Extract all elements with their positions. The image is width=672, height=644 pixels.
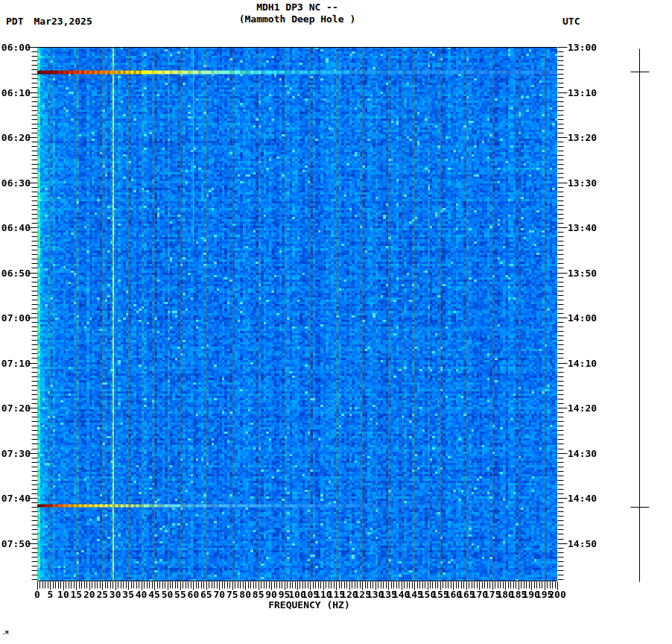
right-time-tick-label: 13:40 — [568, 222, 597, 233]
corner-glyph: .M — [2, 630, 8, 636]
frequency-tick-label: 200 — [548, 589, 565, 600]
spectrogram-page: PDTMar23,2025 MDH1 DP3 NC -- (Mammoth De… — [0, 0, 672, 644]
right-time-tick-label: 13:10 — [568, 86, 597, 98]
right-time-tick-label: 14:10 — [568, 357, 597, 368]
left-time-tick-label: 07:00 — [0, 312, 31, 323]
right-time-tick-label: 13:00 — [568, 42, 597, 53]
frequency-tick-label: 65 — [200, 589, 212, 600]
left-time-tick-label: 06:50 — [0, 267, 31, 278]
frequency-tick-label: 45 — [148, 589, 160, 600]
frequency-tick-label: 40 — [136, 589, 148, 600]
frequency-tick-label: 90 — [265, 589, 277, 600]
left-time-tick-label: 06:30 — [0, 177, 31, 188]
left-time-tick-label: 06:40 — [0, 222, 31, 233]
right-time-tick-label: 13:50 — [568, 267, 597, 278]
right-time-tick-label: 14:30 — [568, 447, 597, 458]
left-time-tick-label: 07:40 — [0, 493, 31, 504]
left-time-tick-label: 07:10 — [0, 357, 31, 368]
right-time-tick-label: 13:20 — [568, 132, 597, 143]
frequency-tick-label: 55 — [174, 589, 186, 600]
left-time-tick-label: 06:10 — [0, 86, 31, 98]
page-title: MDH1 DP3 NC -- (Mammoth Deep Hole ) — [37, 1, 557, 25]
frequency-tick-label: 25 — [96, 589, 108, 600]
frequency-tick-label: 0 — [34, 589, 40, 600]
frequency-tick-label: 20 — [83, 589, 95, 600]
right-time-tick-label: 14:00 — [568, 312, 597, 323]
frequency-axis-title: FREQUENCY (HZ) — [37, 599, 581, 610]
right-time-tick-label: 13:30 — [568, 177, 597, 188]
right-time-tick-label: 14:20 — [568, 402, 597, 414]
frequency-tick-label: 75 — [226, 589, 238, 600]
left-time-tick-label: 07:20 — [0, 402, 31, 414]
timezone-left-label: PDT — [6, 16, 23, 27]
frequency-tick-label: 70 — [213, 589, 225, 600]
station-title: MDH1 DP3 NC -- — [37, 1, 557, 13]
frequency-tick-label: 10 — [57, 589, 69, 600]
frequency-tick-label: 30 — [110, 589, 121, 600]
spectrogram-heatmap — [37, 47, 557, 581]
frequency-tick-label: 5 — [48, 589, 54, 600]
frequency-tick-label: 35 — [122, 589, 134, 600]
station-subtitle: (Mammoth Deep Hole ) — [37, 13, 557, 25]
right-time-tick-label: 14:50 — [568, 537, 597, 549]
left-time-tick-label: 06:00 — [0, 42, 31, 53]
left-time-tick-label: 06:20 — [0, 132, 31, 143]
left-time-tick-label: 07:30 — [0, 447, 31, 458]
timezone-right-label: UTC — [562, 16, 580, 27]
left-time-tick-label: 07:50 — [0, 537, 31, 549]
frequency-tick-label: 60 — [188, 589, 200, 600]
right-time-tick-label: 14:40 — [568, 493, 597, 504]
frequency-tick-label: 15 — [71, 589, 83, 600]
frequency-tick-label: 80 — [239, 589, 251, 600]
frequency-tick-label: 50 — [162, 589, 174, 600]
frequency-tick-label: 85 — [253, 589, 264, 600]
